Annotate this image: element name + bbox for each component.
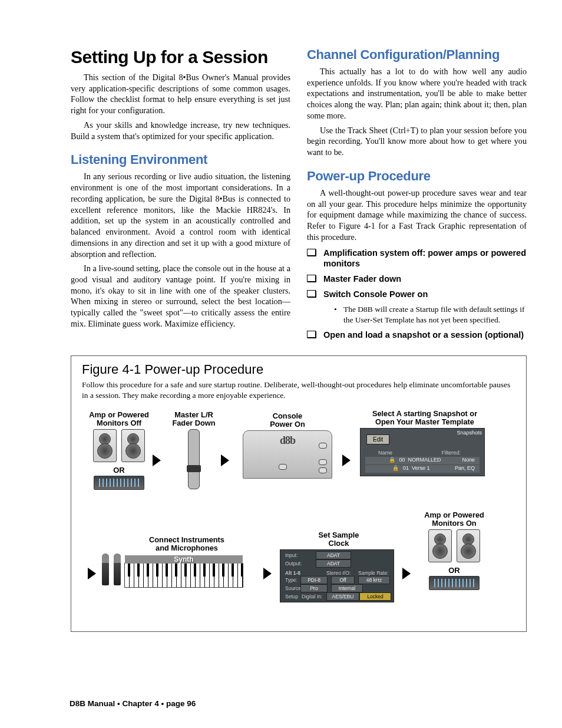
clock-stereo-value: Off [331, 576, 355, 584]
clock-setup-label: Setup [285, 594, 298, 599]
clock-input-label: Input: [285, 552, 297, 558]
snapshot-index: 01 [403, 465, 409, 471]
listening-p2: In a live-sound setting, place the conso… [71, 263, 290, 329]
snapshot-row: 🔒 00 NORMALLED None [365, 457, 480, 465]
console-button-icon [319, 443, 327, 449]
arrow-icon [263, 568, 272, 579]
step-connect-instruments: Connect Instruments and Microphones Synt… [101, 536, 260, 588]
figure-caption: Follow this procedure for a safe and sur… [82, 380, 515, 401]
step-monitors-off: Amp or Powered Monitors Off OR [87, 411, 151, 490]
check-item-open-snapshot: Open and load a snapshot or a session (o… [307, 330, 527, 340]
check-label: Open and load a snapshot or a session (o… [323, 330, 524, 340]
check-item-master-fader-down: Master Fader down [307, 274, 527, 284]
clock-status-value: Internal [331, 584, 363, 592]
clock-output-value: ADAT [316, 559, 351, 568]
intro-p1: This section of the Digital 8•Bus Owner'… [71, 72, 290, 116]
powerup-heading: Power-up Procedure [307, 169, 527, 184]
snapshots-header-filtered: Filtered: [441, 450, 461, 456]
console-button-icon [319, 467, 327, 473]
clock-input-value: ADAT [316, 551, 351, 559]
two-column-layout: Setting Up for a Session This section of… [71, 47, 527, 345]
power-amp-icon [429, 576, 480, 590]
microphones-icon [101, 554, 122, 588]
snapshots-tab-label: Snapshots [457, 430, 482, 436]
piano-black-keys-icon [125, 564, 243, 577]
lock-icon: 🔒 [389, 457, 395, 463]
intro-p2: As your skills and knowledge increase, t… [71, 120, 290, 141]
step-label: Select A starting Snapshot or Open Your … [360, 410, 490, 426]
snapshot-index: 00 [399, 457, 405, 463]
sub-bullets: The D8B will create a Startup file with … [334, 304, 527, 325]
step-label: Connect Instruments and Microphones [146, 536, 228, 552]
speaker-pair-icon [87, 429, 151, 465]
check-item-console-power-on: Switch Console Power on [307, 289, 527, 299]
powerup-checklist-2: Open and load a snapshot or a session (o… [307, 330, 527, 340]
speaker-icon [428, 529, 452, 562]
clock-stereo-label: Stereo I/O: [326, 570, 351, 576]
clock-digin-label: Digital In: [302, 594, 322, 599]
figure-diagram: Amp or Powered Monitors Off OR Master L/… [82, 409, 515, 621]
snapshot-row: 🔒 01 Verse 1 Pan, EQ [365, 465, 480, 473]
arrow-icon [221, 454, 229, 466]
arrow-icon [88, 568, 96, 579]
step-set-sample-clock: Set Sample Clock Input: ADAT Output: ADA… [280, 531, 398, 602]
step-label: Console Power On [237, 412, 338, 429]
edit-button: Edit [366, 434, 389, 444]
or-label: OR [419, 566, 490, 575]
snapshot-filtered: None [462, 457, 475, 463]
clock-locked-badge: Locked [359, 592, 391, 601]
console-button-icon [319, 459, 327, 465]
clock-rate-label: Sample Rate: [358, 570, 389, 576]
clock-source-label: Source: [285, 585, 302, 591]
checkbox-icon [307, 290, 316, 297]
clock-type-label: Type: [285, 577, 297, 583]
mic-icon [102, 554, 109, 585]
clock-source-value: Pro [300, 584, 328, 592]
step-label: Master L/R Fader Down [170, 411, 217, 427]
instruments-group: Synth [101, 554, 260, 588]
step-console-power-on: Console Power On [237, 412, 338, 479]
snapshot-filtered: Pan, EQ [455, 465, 475, 471]
snapshots-header-name: Name [378, 450, 392, 456]
listening-p1: In any serious recording or live audio s… [71, 171, 290, 259]
arrow-icon [342, 454, 351, 466]
listening-heading: Listening Environment [71, 152, 290, 167]
clock-type-value: PDI-8 [300, 576, 328, 584]
step-master-fader-down: Master L/R Fader Down [170, 411, 217, 489]
synth-label: Synth [125, 555, 243, 564]
sample-clock-panel-icon: Input: ADAT Output: ADAT Alt 1-8 Stereo … [280, 549, 394, 602]
check-label: Switch Console Power on [323, 289, 428, 299]
figure-title: Figure 4-1 Power-up Procedure [82, 362, 515, 377]
figure-4-1: Figure 4-1 Power-up Procedure Follow thi… [71, 355, 527, 631]
or-label: OR [87, 466, 151, 475]
right-column: Channel Configuration/Planning This actu… [307, 47, 527, 345]
channel-p2: Use the Track Sheet (Ctrl+T) to plan you… [307, 125, 527, 158]
checkbox-icon [307, 249, 316, 256]
page-footer: D8B Manual • Chapter 4 • page 96 [70, 699, 196, 708]
arrow-icon [402, 568, 411, 579]
sub-bullet-startup-file: The D8B will create a Startup file with … [334, 304, 527, 325]
checkbox-icon [307, 331, 316, 338]
fader-icon [188, 429, 200, 489]
powerup-p1: A well-thought-out power-up procedure sa… [307, 187, 527, 243]
channel-p1: This actually has a lot to do with how w… [307, 66, 527, 121]
clock-alt-label: Alt 1-8 [285, 570, 300, 576]
speaker-icon [93, 429, 117, 462]
speaker-icon [457, 529, 480, 562]
arrow-icon [153, 454, 161, 466]
console-icon [243, 430, 332, 479]
step-monitors-on: Amp or Powered Monitors On OR [419, 511, 490, 590]
snapshots-panel-icon: Snapshots Edit Name Filtered: 🔒 00 NORMA… [360, 428, 485, 476]
step-label: Amp or Powered Monitors On [419, 511, 490, 528]
snapshot-name: Verse 1 [412, 465, 430, 471]
speaker-pair-icon [419, 529, 490, 565]
left-column: Setting Up for a Session This section of… [71, 47, 290, 345]
check-item-amplification-off: Amplification system off: power amps or … [307, 248, 527, 269]
console-button-icon [279, 464, 287, 470]
lock-icon: 🔒 [392, 465, 399, 471]
step-label: Amp or Powered Monitors Off [87, 411, 151, 427]
speaker-icon [121, 429, 145, 462]
keyboard-icon: Synth [124, 563, 243, 588]
snapshot-name: NORMALLED [408, 457, 441, 463]
clock-output-label: Output: [285, 561, 302, 566]
